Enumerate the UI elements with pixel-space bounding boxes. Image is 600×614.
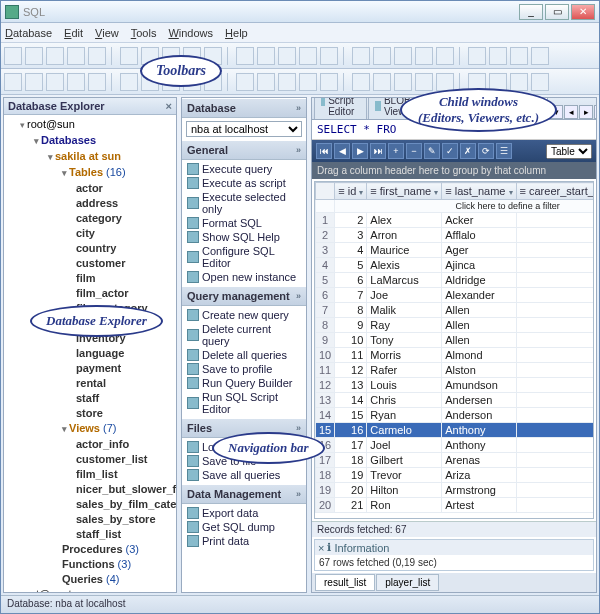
action-item[interactable]: Open new instance (185, 270, 303, 284)
database-tree[interactable]: root@sunDatabasessakila at sunTables (16… (4, 115, 176, 592)
toolbar-button[interactable] (489, 47, 507, 65)
tree-node[interactable]: staff_list (76, 527, 174, 542)
editor-tab[interactable]: Diagram Viewer (427, 98, 492, 119)
toolbar-button[interactable] (67, 73, 85, 91)
toolbar-button[interactable] (299, 47, 317, 65)
toolbar-button[interactable] (394, 73, 412, 91)
editor-tab[interactable]: BLOB Viewer (368, 98, 425, 119)
menu-tools[interactable]: Tools (131, 27, 157, 39)
nav-last-button[interactable]: ⏭ (370, 143, 386, 159)
tree-node[interactable]: film (76, 271, 174, 286)
toolbar-button[interactable] (436, 73, 454, 91)
menu-edit[interactable]: Edit (64, 27, 83, 39)
tree-node[interactable]: inventory (76, 331, 174, 346)
action-item[interactable]: Configure SQL Editor (185, 244, 303, 270)
tabs-next-button[interactable]: ▸ (579, 105, 593, 119)
toolbar-button[interactable] (436, 47, 454, 65)
action-item[interactable]: Delete current query (185, 322, 303, 348)
toolbar-button[interactable] (320, 73, 338, 91)
nav-refresh-button[interactable]: ⟳ (478, 143, 494, 159)
column-header[interactable]: ≡ id ▾ (335, 183, 367, 200)
toolbar-button[interactable] (352, 73, 370, 91)
tree-node[interactable]: film_text (76, 316, 174, 331)
action-item[interactable]: Execute as script (185, 176, 303, 190)
table-row[interactable]: 56LaMarcusAldridge2006 (316, 273, 595, 288)
toolbar-button[interactable] (183, 73, 201, 91)
toolbar-button[interactable] (373, 73, 391, 91)
toolbar-button[interactable] (468, 47, 486, 65)
action-item[interactable]: Save to file (185, 454, 303, 468)
toolbar-button[interactable] (46, 73, 64, 91)
toolbar-button[interactable] (25, 73, 43, 91)
table-row[interactable]: 1617JoelAnthony2007 (316, 438, 595, 453)
toolbar-button[interactable] (510, 47, 528, 65)
action-item[interactable]: Execute query (185, 162, 303, 176)
toolbar-button[interactable] (141, 73, 159, 91)
table-row[interactable]: 1112RaferAlston1999 (316, 363, 595, 378)
table-row[interactable]: 1920HiltonArmstrong2006 (316, 483, 595, 498)
menu-windows[interactable]: Windows (168, 27, 213, 39)
tree-node[interactable]: film_actor (76, 286, 174, 301)
tree-node[interactable]: film_list (76, 467, 174, 482)
toolbar-button[interactable] (4, 73, 22, 91)
tree-node[interactable]: address (76, 196, 174, 211)
tree-node[interactable]: sales_by_film_categor (76, 497, 174, 512)
toolbar-button[interactable] (468, 73, 486, 91)
toolbar-button[interactable] (204, 73, 222, 91)
toolbar-button[interactable] (88, 47, 106, 65)
panel-close-icon[interactable]: × (166, 100, 172, 112)
toolbar-button[interactable] (531, 73, 549, 91)
tree-node[interactable]: customer_list (76, 452, 174, 467)
action-item[interactable]: Save all queries (185, 468, 303, 482)
column-header[interactable]: ≡ last_name ▾ (442, 183, 516, 200)
editor-tab[interactable]: SQL Script Editor (314, 98, 367, 119)
tree-node[interactable]: country (76, 241, 174, 256)
tree-node[interactable]: customer (76, 256, 174, 271)
section-head[interactable]: Data Management» (182, 484, 306, 504)
toolbar-button[interactable] (352, 47, 370, 65)
tree-node[interactable]: Tables (16)actoraddresscategorycitycount… (62, 165, 174, 421)
action-item[interactable]: Run Query Builder (185, 376, 303, 390)
tree-node[interactable]: sakila at sunTables (16)actoraddresscate… (48, 149, 174, 587)
table-row[interactable]: 1415RyanAnderson2008 (316, 408, 595, 423)
table-row[interactable]: 89RayAllen1996 (316, 318, 595, 333)
toolbar-button[interactable] (510, 73, 528, 91)
editor-tab[interactable]: SQL Editor: ... (492, 98, 548, 119)
result-tab[interactable]: player_list (376, 574, 439, 591)
tree-node[interactable]: Functions (3) (62, 557, 174, 572)
section-head[interactable]: General» (182, 140, 306, 160)
tree-node[interactable]: Procedures (3) (62, 542, 174, 557)
tree-node[interactable]: payment (76, 361, 174, 376)
toolbar-button[interactable] (531, 47, 549, 65)
toolbar-button[interactable] (120, 47, 138, 65)
toolbar-button[interactable] (415, 47, 433, 65)
nav-first-button[interactable]: ⏮ (316, 143, 332, 159)
table-row[interactable]: 1819TrevorAriza2004 (316, 468, 595, 483)
tree-node[interactable]: sales_by_store (76, 512, 174, 527)
toolbar-button[interactable] (46, 47, 64, 65)
action-item[interactable]: Run SQL Script Editor (185, 390, 303, 416)
nav-next-button[interactable]: ▶ (352, 143, 368, 159)
toolbar-button[interactable] (394, 47, 412, 65)
nav-accept-button[interactable]: ✓ (442, 143, 458, 159)
action-item[interactable]: Execute selected only (185, 190, 303, 216)
table-row[interactable]: 910TonyAllen2004 (316, 333, 595, 348)
nav-del-button[interactable]: − (406, 143, 422, 159)
toolbar-button[interactable] (299, 73, 317, 91)
action-item[interactable]: Save to profile (185, 362, 303, 376)
table-row[interactable]: 1516CarmeloAnthony2003 (316, 423, 595, 438)
sql-text[interactable]: SELECT * FRO (312, 120, 596, 140)
database-select[interactable]: nba at localhost (186, 121, 302, 137)
toolbar-button[interactable] (373, 47, 391, 65)
tree-node[interactable]: staff (76, 391, 174, 406)
column-header[interactable]: ≡ career_start_year ▾ (516, 183, 594, 200)
table-row[interactable]: 1213LouisAmundson2006 (316, 378, 595, 393)
group-hint[interactable]: Drag a column header here to group by th… (312, 162, 596, 179)
tabs-prev-button[interactable]: ◂ (564, 105, 578, 119)
nav-add-button[interactable]: + (388, 143, 404, 159)
table-row[interactable]: 34MauriceAger2006 (316, 243, 595, 258)
action-item[interactable]: Create new query (185, 308, 303, 322)
table-row[interactable]: 67JoeAlexander2008 (316, 288, 595, 303)
toolbar-button[interactable] (162, 47, 180, 65)
minimize-button[interactable]: _ (519, 4, 543, 20)
